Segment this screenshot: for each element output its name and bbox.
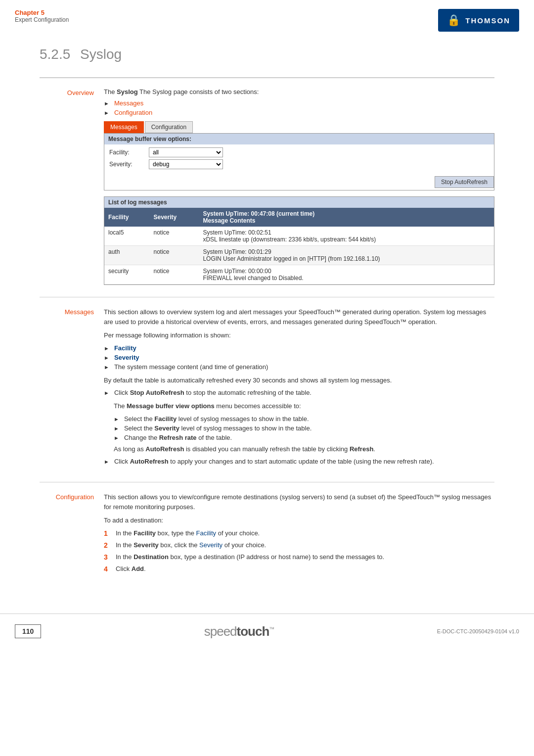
chapter-info: Chapter 5 Expert Configuration — [15, 9, 69, 23]
arrow-icon-4: ► — [104, 355, 109, 361]
step-number-1: 1 — [104, 529, 116, 537]
log-messages-wrapper: List of log messages Facility Severity S… — [104, 196, 494, 285]
facility-label: Facility: — [109, 149, 149, 156]
field-facility: ► Facility — [104, 344, 494, 352]
log-table-row: securitynoticeSystem UpTime: 00:00:00FIR… — [104, 265, 494, 284]
messages-description: This section allows to overview system l… — [104, 307, 494, 327]
thomson-logo: 🔒 THOMSON — [438, 9, 519, 32]
messages-link[interactable]: Messages — [114, 99, 143, 107]
log-message-2: System UpTime: 00:00:00FIREWALL level ch… — [199, 265, 494, 284]
chapter-subtitle: Expert Configuration — [15, 16, 69, 23]
step-text-1: In the Facility box, type the Facility o… — [116, 529, 260, 537]
overview-bullet-messages: ► Messages — [104, 99, 494, 107]
top-divider — [40, 77, 494, 78]
section-heading: Syslog — [80, 47, 122, 62]
stop-instruction-item: ► Click Stop AutoRefresh to stop the aut… — [104, 389, 494, 396]
sub-bullet-refresh: ► Change the Refresh rate of the table. — [114, 434, 494, 441]
page-footer: 110 speedtouch™ E-DOC-CTC-20050429-0104 … — [0, 614, 534, 644]
severity-select[interactable]: debug — [149, 159, 223, 169]
sub-bullet-refresh-text: Change the Refresh rate of the table. — [124, 434, 232, 441]
log-table-row: authnoticeSystem UpTime: 00:01:29LOGIN U… — [104, 246, 494, 265]
tab-configuration[interactable]: Configuration — [145, 121, 193, 133]
log-message-0: System UpTime: 00:02:51xDSL linestate up… — [199, 227, 494, 246]
col-severity: Severity — [149, 208, 199, 227]
facility-select[interactable]: all — [149, 147, 223, 157]
autorefresh-text: Click AutoRefresh to apply your changes … — [114, 458, 434, 465]
message-buffer-header: Message buffer view options: — [104, 134, 494, 144]
configuration-link[interactable]: Configuration — [114, 109, 152, 116]
configuration-section-row: Configuration This section allows you to… — [40, 492, 494, 577]
speedtouch-tm: ™ — [269, 626, 274, 632]
overview-label: Overview — [40, 88, 104, 285]
section-divider-2 — [40, 482, 494, 482]
log-table-row: local5noticeSystem UpTime: 00:02:51xDSL … — [104, 227, 494, 246]
manual-refresh-text: As long as AutoRefresh is disabled you c… — [114, 444, 494, 454]
col-facility: Facility — [104, 208, 149, 227]
speedtouch-plain: speed — [204, 624, 237, 639]
arrow-icon-8: ► — [114, 425, 119, 431]
facility-field-label: Facility — [114, 344, 136, 352]
severity-label: Severity: — [109, 161, 149, 168]
step-text-2: In the Severity box, click the Severity … — [116, 541, 266, 549]
speedtouch-logo: speedtouch™ — [204, 624, 274, 639]
log-facility-2: security — [104, 265, 149, 284]
arrow-icon-1: ► — [104, 100, 109, 106]
system-message-label: The system message content (and time of … — [114, 363, 268, 371]
config-steps: 1 In the Facility box, type the Facility… — [104, 529, 494, 573]
col-message: System UpTime: 00:47:08 (current time)Me… — [199, 208, 494, 227]
per-message-text: Per message following information is sho… — [104, 331, 494, 340]
tab-messages[interactable]: Messages — [104, 121, 144, 133]
stop-autorefresh-row: Stop AutoRefresh — [104, 174, 494, 190]
log-severity-2: notice — [149, 265, 199, 284]
sub-bullet-facility: ► Select the Facility level of syslog me… — [114, 415, 494, 423]
severity-field-label: Severity — [114, 354, 139, 361]
section-title: 5.2.5 Syslog — [40, 42, 494, 62]
doc-reference: E-DOC-CTC-20050429-0104 v1.0 — [437, 628, 519, 634]
arrow-icon-10: ► — [104, 459, 109, 465]
message-buffer-body: Facility: all Severity: debug — [104, 144, 494, 174]
sub-bullet-facility-text: Select the Facility level of syslog mess… — [124, 415, 309, 423]
arrow-icon-7: ► — [114, 416, 119, 422]
config-step-4: 4 Click Add. — [104, 565, 494, 573]
chapter-title: Chapter 5 — [15, 9, 69, 16]
page-content: 5.2.5 Syslog Overview The Syslog The Sys… — [0, 37, 534, 609]
thomson-logo-text: THOMSON — [465, 16, 510, 25]
step-number-2: 2 — [104, 541, 116, 549]
field-system-message: ► The system message content (and time o… — [104, 363, 494, 371]
log-severity-0: notice — [149, 227, 199, 246]
step-text-3: In the Destination box, type a destinati… — [116, 553, 384, 561]
arrow-icon-2: ► — [104, 110, 109, 116]
log-table-header-bar: List of log messages — [104, 197, 494, 208]
messages-section-body: This section allows to overview system l… — [104, 307, 494, 470]
overview-bullets: ► Messages ► Configuration — [104, 99, 494, 116]
overview-row: Overview The Syslog The Syslog page cons… — [40, 88, 494, 285]
config-step-2: 2 In the Severity box, click the Severit… — [104, 541, 494, 549]
log-message-1: System UpTime: 00:01:29LOGIN User Admini… — [199, 246, 494, 265]
stop-autorefresh-button[interactable]: Stop AutoRefresh — [435, 176, 494, 188]
log-facility-1: auth — [104, 246, 149, 265]
log-facility-0: local5 — [104, 227, 149, 246]
autorefresh-item: ► Click AutoRefresh to apply your change… — [104, 458, 494, 465]
arrow-icon-5: ► — [104, 364, 109, 370]
configuration-section-label: Configuration — [40, 492, 104, 577]
config-step-3: 3 In the Destination box, type a destina… — [104, 553, 494, 561]
page-number: 110 — [15, 624, 41, 638]
configuration-section-body: This section allows you to view/configur… — [104, 492, 494, 577]
arrow-icon-6: ► — [104, 390, 109, 396]
config-step-1: 1 In the Facility box, type the Facility… — [104, 529, 494, 537]
tab-bar: Messages Configuration — [104, 121, 494, 133]
log-severity-1: notice — [149, 246, 199, 265]
thomson-logo-icon: 🔒 — [447, 14, 460, 27]
step-text-4: Click Add. — [116, 565, 146, 572]
overview-body: The Syslog The Syslog page consists of t… — [104, 88, 494, 285]
instructions-list: ► Click Stop AutoRefresh to stop the aut… — [104, 389, 494, 396]
sub-bullet-severity-text: Select the Severity level of syslog mess… — [124, 425, 312, 432]
sub-bullets: ► Select the Facility level of syslog me… — [114, 415, 494, 441]
autorefresh-instruction: ► Click AutoRefresh to apply your change… — [104, 458, 494, 465]
step-number-4: 4 — [104, 565, 116, 573]
syslog-bold: Syslog — [117, 88, 138, 95]
fields-list: ► Facility ► Severity ► The system messa… — [104, 344, 494, 371]
stop-instruction-text: Click Stop AutoRefresh to stop the autom… — [114, 389, 312, 396]
step-number-3: 3 — [104, 553, 116, 561]
overview-intro: The Syslog The Syslog page consists of t… — [104, 88, 494, 95]
